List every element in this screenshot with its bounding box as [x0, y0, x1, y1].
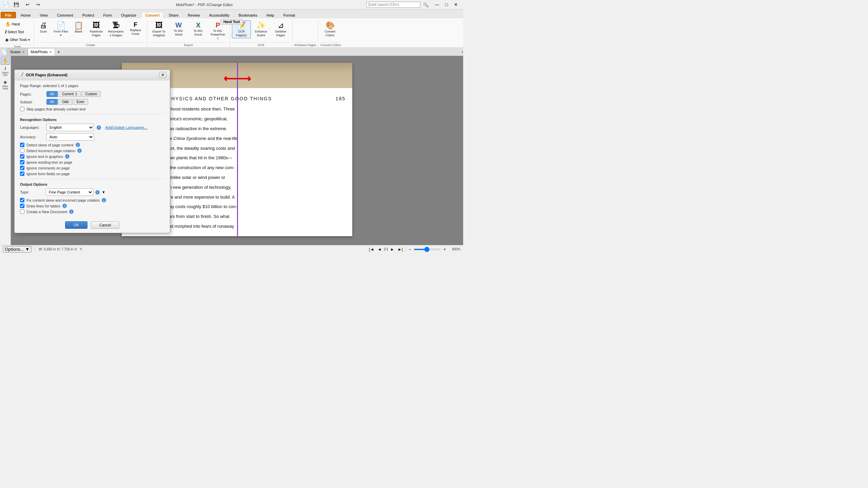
quick-launch-bar[interactable]: 🔍: [366, 1, 431, 8]
subset-all-button[interactable]: All: [46, 99, 58, 105]
quick-launch-search-button[interactable]: 🔍: [420, 2, 431, 8]
zoom-in-button[interactable]: +: [442, 246, 447, 252]
tab-help[interactable]: Help: [262, 12, 279, 18]
convert-colors-button[interactable]: 🎨 Convert Colors: [320, 20, 339, 38]
blank-button[interactable]: 📋 Blank: [71, 20, 86, 35]
languages-info-icon[interactable]: i: [97, 125, 101, 130]
tool-select-text[interactable]: I Select Text: [1, 65, 10, 78]
enhance-scans-button[interactable]: ✨ Enhance Scans: [252, 20, 271, 38]
tab-protect[interactable]: Protect: [78, 12, 99, 18]
quick-launch-input[interactable]: [366, 2, 420, 8]
select-text-button[interactable]: I Select Text: [3, 28, 32, 36]
subset-odd-button[interactable]: Odd: [58, 99, 72, 105]
page-split-line[interactable]: [237, 63, 238, 236]
recompress-button[interactable]: 🗜 Recompress Images: [106, 20, 125, 38]
detect-rotation-info-icon[interactable]: i: [77, 148, 82, 153]
draw-lines-label: Draw lines for tables: [26, 204, 60, 208]
to-excel-button[interactable]: X To MS- Excel: [189, 20, 208, 38]
tab-home[interactable]: Home: [16, 12, 35, 18]
first-page-button[interactable]: |◄: [368, 246, 375, 252]
type-info-icon[interactable]: i: [95, 190, 100, 195]
maximize-button[interactable]: □: [442, 1, 451, 8]
accuracy-select[interactable]: Auto: [46, 133, 94, 141]
cancel-button[interactable]: Cancel: [91, 221, 119, 229]
minimize-button[interactable]: —: [432, 1, 442, 8]
doc-icon-group: 📄: [1, 49, 7, 55]
draw-lines-checkbox[interactable]: [20, 204, 24, 208]
zoom-out-button[interactable]: −: [407, 246, 412, 252]
fix-content-label: Fix content skew and incorrect page rota…: [26, 198, 100, 202]
undo-button[interactable]: ↩: [23, 1, 32, 8]
ignore-comments-checkbox[interactable]: [20, 166, 24, 170]
skip-pages-checkbox[interactable]: [20, 107, 24, 111]
tool-other-tools[interactable]: ◈ Other Tools: [1, 78, 10, 91]
type-dropdown-arrow[interactable]: ▼: [102, 190, 105, 194]
tab-organize[interactable]: Organize: [117, 12, 141, 18]
new-doc-info-icon[interactable]: i: [69, 209, 74, 214]
fix-content-checkbox[interactable]: [20, 198, 24, 202]
tab-mobphoto-close[interactable]: ✕: [49, 50, 52, 54]
zoom-slider[interactable]: [414, 249, 441, 250]
prev-page-button[interactable]: ◄: [376, 246, 383, 252]
type-row: Type: Fine Page Content i ▼: [20, 188, 164, 196]
subset-even-button[interactable]: Even: [73, 99, 88, 105]
tab-share[interactable]: Share: [164, 12, 183, 18]
zoom-value: 300%: [449, 247, 460, 251]
detect-skew-info-icon[interactable]: i: [76, 143, 80, 147]
pages-custom-button[interactable]: Custom: [82, 91, 101, 97]
tool-hand[interactable]: ✋: [1, 57, 10, 65]
ocr-dialog-body: Page Range: selected 1 of 1 pages Pages:…: [15, 80, 170, 219]
ok-button[interactable]: OK: [65, 221, 87, 229]
tab-scans-close[interactable]: ✕: [22, 50, 25, 54]
hand-tool-button[interactable]: ✋ Hand: [3, 20, 32, 28]
from-files-button[interactable]: 📄 From Files ▾: [52, 20, 71, 38]
close-window-button[interactable]: ✕: [451, 1, 460, 8]
tab-form[interactable]: Form: [99, 12, 117, 18]
detect-skew-checkbox[interactable]: [20, 143, 24, 147]
languages-select[interactable]: English: [46, 124, 94, 131]
add-update-languages-link[interactable]: Add/Update Languages...: [105, 125, 147, 129]
to-word-button[interactable]: W To MS- Word: [169, 20, 188, 38]
new-doc-checkbox[interactable]: [20, 209, 24, 214]
ignore-graphics-info-icon[interactable]: i: [65, 154, 70, 159]
ocr-dialog-close-button[interactable]: ✕: [159, 72, 166, 78]
draw-lines-info-icon[interactable]: i: [62, 204, 67, 208]
detect-rotation-checkbox[interactable]: [20, 148, 24, 153]
ribbon: File Home View Comment Protect Form Orga…: [0, 9, 463, 48]
next-page-button[interactable]: ►: [389, 246, 396, 252]
deskew-button[interactable]: ⊿ Deskew Pages: [271, 20, 290, 38]
tab-bookmarks[interactable]: Bookmarks: [234, 12, 262, 18]
tab-accessibility[interactable]: Accessibility: [205, 12, 234, 18]
ignore-graphics-checkbox[interactable]: [20, 154, 24, 159]
select-text-icon: I: [5, 29, 6, 35]
tab-scroll-right[interactable]: ›: [462, 49, 463, 54]
save-button[interactable]: 💾: [11, 1, 22, 8]
options-button[interactable]: Options... ▼: [3, 246, 32, 252]
tab-file[interactable]: File: [1, 12, 16, 18]
tab-view[interactable]: View: [35, 12, 52, 18]
ignore-forms-checkbox[interactable]: [20, 171, 24, 176]
pages-all-button[interactable]: All: [46, 91, 58, 97]
pages-current-button[interactable]: Current: 1: [58, 91, 81, 97]
redo-button[interactable]: ↪: [34, 1, 43, 8]
fix-content-info-icon[interactable]: i: [102, 198, 106, 202]
export-image-button[interactable]: 🖼 Export To Image(s): [150, 20, 169, 38]
replace-fonts-button[interactable]: F Replace Fonts: [126, 20, 145, 37]
tab-review[interactable]: Review: [183, 12, 204, 18]
options-label: Options...: [5, 247, 24, 252]
add-tab-button[interactable]: +: [55, 48, 62, 56]
tab-comment[interactable]: Comment: [53, 12, 78, 18]
tab-scans[interactable]: Scans ✕: [7, 48, 28, 56]
tab-mobphoto[interactable]: MobPhoto ✕: [28, 48, 55, 56]
type-select[interactable]: Fine Page Content: [46, 188, 93, 196]
tab-convert[interactable]: Convert: [141, 12, 164, 18]
other-tools-button[interactable]: ◈ Other Tools ▾: [3, 36, 32, 43]
scan-button[interactable]: 🖨 Scan: [36, 20, 51, 35]
tab-format[interactable]: Format: [279, 12, 299, 18]
ignore-existing-checkbox[interactable]: [20, 160, 24, 164]
last-page-button[interactable]: ►|: [396, 246, 404, 252]
section-divider-1: [20, 114, 164, 114]
split-arrow-indicator: ⟵⟶: [223, 73, 251, 84]
window-title: MobPhoto* - PDF-XChange Editor: [43, 3, 366, 7]
rasterize-button[interactable]: 🖼 Rasterize Pages: [87, 20, 106, 38]
